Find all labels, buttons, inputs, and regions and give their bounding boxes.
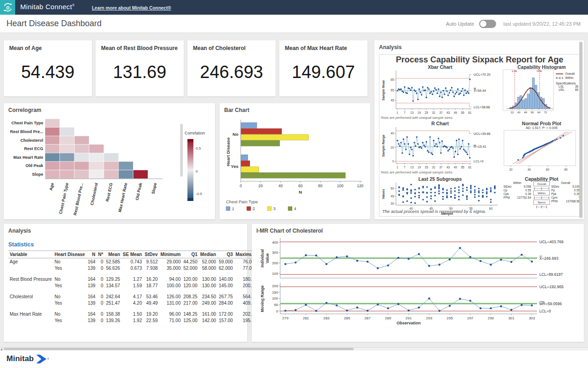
table-row: Yes1390134.571.5918.77100.00120.00130.00… xyxy=(8,282,258,289)
svg-text:56: 56 xyxy=(531,111,534,114)
svg-text:43: 43 xyxy=(447,111,450,114)
svg-text:UCL=403.766: UCL=403.766 xyxy=(539,240,564,244)
svg-text:Observation: Observation xyxy=(396,321,421,325)
svg-text:150: 150 xyxy=(272,290,278,295)
statistics-subtitle[interactable]: Statistics xyxy=(8,241,34,248)
brand-title: Minitab Connect® xyxy=(20,3,74,11)
statistics-data-table: VariableHeart DiseaseNN*MeanSE MeanStDev… xyxy=(8,251,258,323)
svg-text:291: 291 xyxy=(406,316,412,320)
imr_moving_range-svg: 0501001502002792812832852872892912932952… xyxy=(256,282,579,326)
svg-text:Rest Blood Pre...: Rest Blood Pre... xyxy=(73,183,84,216)
svg-text:49: 49 xyxy=(454,111,458,114)
svg-text:297: 297 xyxy=(467,316,474,320)
svg-text:45: 45 xyxy=(430,207,433,210)
kpi-value: 54.439 xyxy=(4,62,92,82)
svg-text:MR=59.0596: MR=59.0596 xyxy=(539,301,562,306)
table-row: Yes1390139.261.9222.5971.00125.00142.001… xyxy=(8,317,258,323)
svg-text:X=246.693: X=246.693 xyxy=(539,256,559,261)
svg-text:25: 25 xyxy=(425,111,429,114)
svg-text:UCL=70.20: UCL=70.20 xyxy=(474,72,491,77)
svg-text:285: 285 xyxy=(344,316,351,320)
sync-gear-icon: ⚙ xyxy=(2,2,13,13)
svg-text:37: 37 xyxy=(439,111,443,114)
svg-text:1: 1 xyxy=(396,111,398,114)
svg-text:4: 4 xyxy=(294,206,296,211)
svg-text:31: 31 xyxy=(432,166,435,169)
svg-text:1: 1 xyxy=(396,166,398,169)
legend-item: Overall xyxy=(556,72,580,75)
sixpack-report-title: Process Capability Sixpack Report for Ag… xyxy=(379,55,580,65)
svg-text:80: 80 xyxy=(318,184,323,188)
svg-text:50: 50 xyxy=(274,303,278,307)
svg-text:40: 40 xyxy=(527,168,531,171)
svg-text:299: 299 xyxy=(488,316,494,320)
kpi-card-mean-age: Mean of Age 54.439 xyxy=(4,40,92,96)
registered-mark: ® xyxy=(47,357,49,360)
sixpack-report: Process Capability Sixpack Report for Ag… xyxy=(379,54,580,217)
imr_individual-svg: 100200300400UCL=403.766X=246.693LCL=89.6… xyxy=(256,235,579,281)
svg-text:200: 200 xyxy=(272,284,278,288)
statistics-analysis-panel: Analysis Statistics VariableHeart Diseas… xyxy=(4,224,247,342)
xbar-svg: 45556517131925313743495561UCL=70.20X=54.… xyxy=(380,69,501,115)
svg-text:80: 80 xyxy=(564,168,568,171)
svg-text:281: 281 xyxy=(303,316,309,320)
panel-scrollbar[interactable] xyxy=(579,42,582,218)
svg-text:7: 7 xyxy=(404,111,406,114)
svg-text:N: N xyxy=(299,190,302,195)
svg-text:7: 7 xyxy=(404,166,406,169)
histogram-legend: OverallWithinSpecificationsLSL35USL65 xyxy=(556,72,580,91)
capability-plot: WithinStDev9.058Cp0.55Cpk0.39PPM137752.6… xyxy=(503,181,580,214)
svg-text:200: 200 xyxy=(272,261,278,265)
svg-text:No: No xyxy=(232,132,238,137)
minitab-connect-logo[interactable]: ⚙ xyxy=(0,0,15,15)
kpi-value: 131.69 xyxy=(96,62,184,82)
svg-text:USL: USL xyxy=(537,69,543,72)
learn-more-link[interactable]: Learn more about Minitab Connect® xyxy=(92,6,171,11)
svg-text:279: 279 xyxy=(283,316,289,320)
legend-item: Within xyxy=(556,76,580,79)
svg-text:20: 20 xyxy=(390,146,394,149)
svg-text:400: 400 xyxy=(272,240,278,245)
svg-text:Sample: Sample xyxy=(441,212,453,216)
last-updated-text: last updated 9/20/22, 12:45:23 PM xyxy=(503,21,581,27)
capability-stats-column: OverallStDev9.039Pp0.55Ppk0.39Cpm*PPM137… xyxy=(551,181,580,203)
svg-text:45: 45 xyxy=(390,99,394,102)
svg-text:295: 295 xyxy=(447,316,453,320)
svg-text:55: 55 xyxy=(461,166,464,169)
heart-disease-bar-chart-svg: NoYes020406080100120NHeart DiseaseChest … xyxy=(223,116,367,215)
svg-text:60: 60 xyxy=(390,187,394,190)
panel-title: I-MR Chart of Cholesterol xyxy=(256,228,323,234)
correlation-legend: Correlation0.50-0.5 xyxy=(184,130,214,210)
svg-text:R=15.41: R=15.41 xyxy=(474,145,486,149)
svg-text:0: 0 xyxy=(196,169,198,173)
correlogram-scrollbar[interactable] xyxy=(180,124,183,177)
svg-text:0: 0 xyxy=(392,160,394,163)
svg-text:Correlation: Correlation xyxy=(185,131,205,135)
statistics-table: VariableHeart DiseaseNN*MeanSE MeanStDev… xyxy=(8,251,243,323)
page-footer: Minitab ® xyxy=(0,351,588,368)
svg-text:55: 55 xyxy=(390,89,394,92)
normal-prob-plot-svg: 20406080 xyxy=(503,130,579,172)
specification-row: USL65 xyxy=(556,88,580,91)
svg-text:19: 19 xyxy=(418,166,421,169)
capability-histogram-svg: LSLUSL324048566472 xyxy=(503,69,554,116)
minitab-footer-logo[interactable]: Minitab ® xyxy=(6,354,49,363)
svg-text:13: 13 xyxy=(410,111,414,114)
svg-text:Cholesterol: Cholesterol xyxy=(20,138,43,143)
svg-text:300: 300 xyxy=(272,251,278,255)
svg-text:60: 60 xyxy=(298,184,303,188)
svg-text:72: 72 xyxy=(544,111,547,114)
panel-title: Bar Chart xyxy=(224,107,249,113)
top-navbar: ⚙ Minitab Connect® Learn more about Mini… xyxy=(0,0,588,15)
svg-text:⚙: ⚙ xyxy=(6,5,10,11)
svg-text:Max Heart Rate: Max Heart Rate xyxy=(118,183,128,213)
table-row: AgeNo164052.5850.7439.51229.00044.25052.… xyxy=(8,258,258,265)
svg-text:Slope: Slope xyxy=(151,183,158,195)
auto-update-toggle[interactable] xyxy=(479,20,496,28)
svg-text:48: 48 xyxy=(524,111,527,114)
svg-text:43: 43 xyxy=(447,166,450,169)
svg-text:Chest Pain Type: Chest Pain Type xyxy=(11,121,43,125)
horizontal-scrollbar-thumb[interactable] xyxy=(4,348,354,350)
svg-text:Rest ECG: Rest ECG xyxy=(105,183,113,202)
svg-text:45: 45 xyxy=(390,195,394,198)
